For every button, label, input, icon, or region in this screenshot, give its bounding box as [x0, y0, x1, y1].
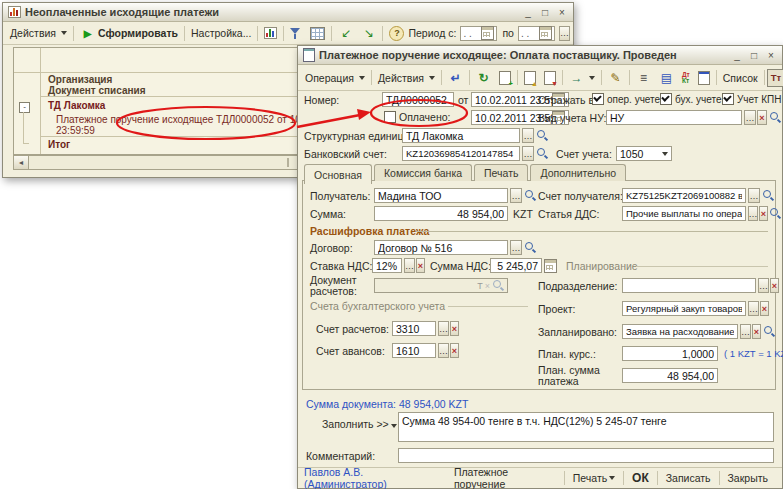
minimize-icon[interactable]: _	[731, 50, 743, 61]
unpost-button[interactable]: ▼	[540, 70, 560, 86]
payment-purpose-text[interactable]: Сумма 48 954-00 тенге в т.ч. НДС(12%) 5 …	[398, 412, 774, 442]
post-button[interactable]: ▲	[520, 70, 540, 86]
journal-button[interactable]	[694, 70, 714, 86]
edit-note-button[interactable]: ✎	[604, 69, 627, 86]
settlement-account-clear-button[interactable]: ×	[450, 321, 459, 336]
calculator-icon[interactable]	[544, 259, 557, 273]
go-to-button[interactable]: →	[565, 69, 599, 86]
dds-open-icon[interactable]	[769, 207, 781, 220]
bank-account-input[interactable]: KZ120369854120147854 в АО "А"	[402, 146, 520, 161]
actions-menu[interactable]: Действия	[6, 26, 71, 40]
post-document-button[interactable]: ↵	[444, 69, 467, 86]
settlement-account-select-button[interactable]: …	[438, 321, 449, 336]
add-copy-button[interactable]: +	[495, 70, 515, 86]
filter-button[interactable]	[286, 26, 306, 40]
recipient-open-icon[interactable]	[524, 189, 536, 202]
checkbox-icon[interactable]	[592, 93, 604, 105]
minimize-icon[interactable]: _	[522, 7, 534, 18]
load-settings-button[interactable]: ↙	[334, 25, 357, 42]
description-toggle-button[interactable]: Тт	[767, 69, 783, 87]
division-clear-button[interactable]: ×	[770, 278, 779, 293]
calendar-icon[interactable]	[481, 26, 494, 40]
vat-rate-select-button[interactable]: …	[404, 258, 415, 273]
close-icon[interactable]: ×	[556, 7, 568, 18]
contract-open-icon[interactable]	[524, 241, 536, 254]
bank-account-open-icon[interactable]	[536, 147, 548, 160]
save-button[interactable]: Записать	[658, 468, 719, 488]
back-titlebar[interactable]: Неоплаченные исходящие платежи _ □ ×	[3, 3, 573, 22]
save-settings-button[interactable]: ↘	[357, 25, 380, 42]
period-more-button[interactable]: …	[559, 26, 570, 41]
scroll-thumb[interactable]	[287, 158, 289, 167]
advance-account-select-button[interactable]: …	[438, 343, 449, 358]
number-input[interactable]: ТДЛ0000052	[382, 92, 454, 107]
recipient-account-input[interactable]: KZ75125KZT2069100882 в АО "БТА	[622, 188, 746, 203]
tab-main[interactable]: Основная	[304, 164, 372, 184]
front-titlebar[interactable]: Платежное поручение исходящее: Оплата по…	[298, 46, 782, 65]
payment-row-line2[interactable]: 23:59:59	[56, 125, 95, 136]
dds-clear-button[interactable]: ×	[759, 206, 768, 221]
scroll-left-button[interactable]: ◄	[14, 156, 29, 169]
generate-button[interactable]: ▶Сформировать	[76, 25, 182, 42]
vat-sum-input[interactable]: 5 245,07	[490, 258, 542, 273]
nu-type-input[interactable]: НУ	[606, 110, 742, 125]
advance-account-clear-button[interactable]: ×	[450, 343, 459, 358]
settlement-account-input[interactable]: 3310	[392, 321, 436, 336]
nu-open-icon[interactable]	[769, 111, 781, 124]
collapse-icon[interactable]: -	[19, 102, 30, 113]
ledger-account-select[interactable]: 1050	[616, 146, 672, 161]
planned-clear-button[interactable]: ×	[752, 324, 761, 339]
structure-button[interactable]: ▤	[655, 69, 678, 86]
dds-input[interactable]: Прочие выплаты по операционно	[622, 206, 746, 221]
contract-select-button[interactable]: …	[510, 240, 522, 255]
settlement-doc-input[interactable]: Т×	[374, 278, 508, 293]
operation-menu[interactable]: Операция	[301, 71, 369, 85]
contract-input[interactable]: Договор № 516	[374, 240, 508, 255]
checkbox-buh-uchet[interactable]: бух. учете	[660, 93, 722, 105]
payment-order-button[interactable]: Платежное поручение	[446, 468, 564, 488]
comment-input[interactable]	[398, 448, 774, 463]
project-select-button[interactable]: …	[748, 301, 759, 316]
tab-additional[interactable]: Дополнительно	[530, 164, 626, 181]
checkbox-oper-uchet[interactable]: опер. учете	[592, 93, 660, 105]
maximize-icon[interactable]: □	[539, 7, 551, 18]
recipient-input[interactable]: Мадина ТОО	[374, 188, 508, 203]
chevron-down-icon[interactable]	[662, 152, 668, 156]
calendar-icon[interactable]	[539, 26, 552, 40]
list-button[interactable]: Список	[719, 71, 762, 85]
refresh-button[interactable]: ↻	[472, 69, 495, 86]
vat-rate-input[interactable]: 12%	[372, 258, 402, 273]
table-settings-button[interactable]	[306, 26, 329, 41]
dds-select-button[interactable]: …	[748, 206, 758, 221]
period-from-input[interactable]: . .	[460, 26, 497, 41]
division-input[interactable]	[622, 278, 756, 293]
bank-account-select-button[interactable]: …	[522, 146, 534, 161]
report-button[interactable]	[260, 26, 281, 40]
project-input[interactable]: Регулярный закуп товаров для прс	[622, 301, 746, 316]
actions-menu[interactable]: Действия	[374, 71, 439, 85]
close-button[interactable]: Закрыть	[720, 468, 776, 488]
structural-unit-open-icon[interactable]	[536, 129, 548, 142]
print-button[interactable]: Печать	[565, 468, 623, 488]
nu-clear-button[interactable]: ×	[757, 110, 767, 125]
tab-print[interactable]: Печать	[474, 164, 528, 181]
project-clear-button[interactable]: ×	[760, 301, 769, 316]
close-icon[interactable]: ×	[765, 50, 777, 61]
recipient-select-button[interactable]: …	[510, 188, 522, 203]
recipient-account-select-button[interactable]: …	[748, 188, 760, 203]
planned-input[interactable]: Заявка на расходование средст	[622, 324, 738, 339]
fill-button[interactable]: Заполнить >>	[322, 418, 397, 430]
group-row[interactable]: ТД Лакомка	[48, 100, 105, 111]
advance-account-input[interactable]: 1610	[392, 343, 436, 358]
list-view-button[interactable]: ≡	[632, 69, 655, 86]
planned-select-button[interactable]: …	[740, 324, 751, 339]
division-select-button[interactable]: …	[758, 278, 769, 293]
period-to-input[interactable]: . .	[518, 26, 555, 41]
structural-unit-select-button[interactable]: …	[522, 128, 534, 143]
checkbox-icon[interactable]	[722, 93, 734, 105]
vat-rate-clear-button[interactable]: ×	[416, 258, 425, 273]
planned-open-icon[interactable]	[763, 325, 775, 338]
plan-rate-input[interactable]: 1,0000	[622, 346, 718, 361]
help-button[interactable]: ?	[385, 25, 408, 42]
paid-checkbox[interactable]: Оплачено:	[384, 111, 450, 123]
